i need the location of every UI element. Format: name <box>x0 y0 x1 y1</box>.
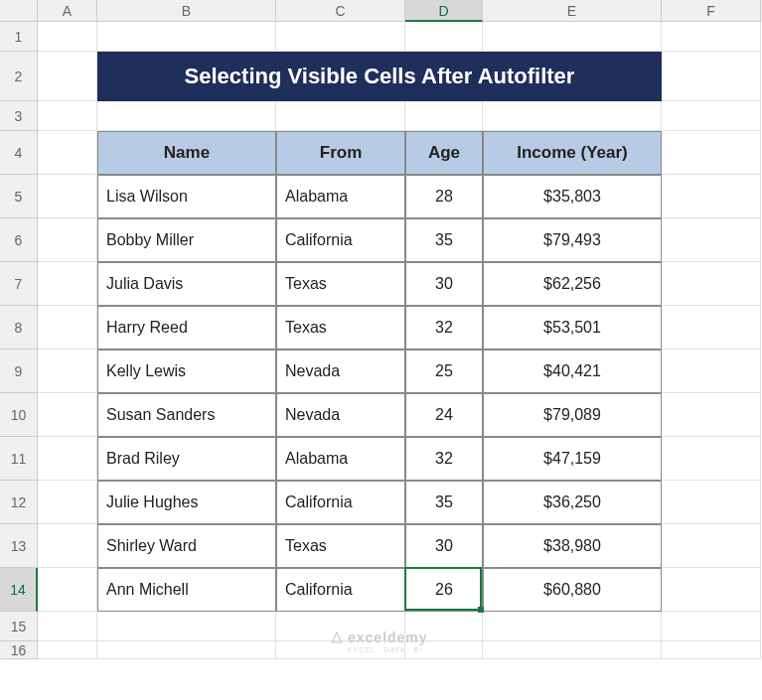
cell-a15[interactable] <box>38 612 97 641</box>
table-row[interactable]: 25 <box>405 350 483 393</box>
table-header-name[interactable]: Name <box>97 131 276 175</box>
row-header-13[interactable]: 13 <box>0 524 38 568</box>
row-header-7[interactable]: 7 <box>0 262 38 306</box>
cell-a9[interactable] <box>38 350 97 393</box>
table-row[interactable]: Julia Davis <box>97 262 276 306</box>
cell-a2[interactable] <box>38 52 97 101</box>
table-row[interactable]: 35 <box>405 481 483 524</box>
table-row[interactable]: $35,803 <box>483 175 662 218</box>
table-row[interactable]: Shirley Ward <box>97 524 276 568</box>
cell-f12[interactable] <box>662 481 761 524</box>
table-row[interactable]: $38,980 <box>483 524 662 568</box>
cell-a8[interactable] <box>38 306 97 350</box>
table-row[interactable]: 30 <box>405 262 483 306</box>
title-cell[interactable]: Selecting Visible Cells After Autofilter <box>97 52 662 101</box>
table-row[interactable]: $47,159 <box>483 437 662 481</box>
row-header-4[interactable]: 4 <box>0 131 38 175</box>
cell-f13[interactable] <box>662 524 761 568</box>
cell-a11[interactable] <box>38 437 97 481</box>
cell-f3[interactable] <box>662 101 761 131</box>
cell-e16[interactable] <box>483 641 662 659</box>
table-row[interactable]: $79,089 <box>483 393 662 437</box>
cell-f9[interactable] <box>662 350 761 393</box>
cell-a6[interactable] <box>38 218 97 262</box>
cell-a5[interactable] <box>38 175 97 218</box>
table-row[interactable]: Nevada <box>276 350 405 393</box>
row-header-14[interactable]: 14 <box>0 568 38 612</box>
table-row[interactable]: Harry Reed <box>97 306 276 350</box>
cell-a10[interactable] <box>38 393 97 437</box>
table-row[interactable]: 28 <box>405 175 483 218</box>
row-header-11[interactable]: 11 <box>0 437 38 481</box>
cell-a3[interactable] <box>38 101 97 131</box>
table-row[interactable]: 30 <box>405 524 483 568</box>
cell-f4[interactable] <box>662 131 761 175</box>
cell-a7[interactable] <box>38 262 97 306</box>
row-header-16[interactable]: 16 <box>0 641 38 659</box>
cell-f8[interactable] <box>662 306 761 350</box>
cell-f5[interactable] <box>662 175 761 218</box>
table-header-incomeyear[interactable]: Income (Year) <box>483 131 662 175</box>
table-row[interactable]: $62,256 <box>483 262 662 306</box>
cell-e3[interactable] <box>483 101 662 131</box>
table-row[interactable]: Texas <box>276 524 405 568</box>
table-row[interactable]: California <box>276 568 405 612</box>
table-row[interactable]: Alabama <box>276 437 405 481</box>
cell-f11[interactable] <box>662 437 761 481</box>
table-row[interactable]: Alabama <box>276 175 405 218</box>
table-header-from[interactable]: From <box>276 131 405 175</box>
row-header-3[interactable]: 3 <box>0 101 38 131</box>
col-header-d[interactable]: D <box>405 0 483 22</box>
cell-c3[interactable] <box>276 101 405 131</box>
table-row[interactable]: $79,493 <box>483 218 662 262</box>
row-header-6[interactable]: 6 <box>0 218 38 262</box>
table-row[interactable]: Julie Hughes <box>97 481 276 524</box>
cell-f16[interactable] <box>662 641 761 659</box>
cell-a4[interactable] <box>38 131 97 175</box>
cell-f15[interactable] <box>662 612 761 641</box>
cell-b1[interactable] <box>97 22 276 52</box>
cell-f10[interactable] <box>662 393 761 437</box>
cell-c1[interactable] <box>276 22 405 52</box>
cell-b16[interactable] <box>97 641 276 659</box>
row-header-12[interactable]: 12 <box>0 481 38 524</box>
cell-a14[interactable] <box>38 568 97 612</box>
row-header-9[interactable]: 9 <box>0 350 38 393</box>
col-header-e[interactable]: E <box>483 0 662 22</box>
table-row[interactable]: Nevada <box>276 393 405 437</box>
cell-a16[interactable] <box>38 641 97 659</box>
cell-b15[interactable] <box>97 612 276 641</box>
cell-a1[interactable] <box>38 22 97 52</box>
row-header-2[interactable]: 2 <box>0 52 38 101</box>
col-header-b[interactable]: B <box>97 0 276 22</box>
table-row[interactable]: 35 <box>405 218 483 262</box>
table-row[interactable]: 26 <box>405 568 483 612</box>
table-header-age[interactable]: Age <box>405 131 483 175</box>
cell-f7[interactable] <box>662 262 761 306</box>
cell-e15[interactable] <box>483 612 662 641</box>
cell-f2[interactable] <box>662 52 761 101</box>
table-row[interactable]: 32 <box>405 437 483 481</box>
table-row[interactable]: Lisa Wilson <box>97 175 276 218</box>
select-all-corner[interactable] <box>0 0 38 22</box>
table-row[interactable]: Kelly Lewis <box>97 350 276 393</box>
cell-e1[interactable] <box>483 22 662 52</box>
row-header-10[interactable]: 10 <box>0 393 38 437</box>
table-row[interactable]: California <box>276 218 405 262</box>
cell-a12[interactable] <box>38 481 97 524</box>
table-row[interactable]: Texas <box>276 306 405 350</box>
cell-f1[interactable] <box>662 22 761 52</box>
cell-f14[interactable] <box>662 568 761 612</box>
cell-b3[interactable] <box>97 101 276 131</box>
table-row[interactable]: Texas <box>276 262 405 306</box>
row-header-8[interactable]: 8 <box>0 306 38 350</box>
cell-a13[interactable] <box>38 524 97 568</box>
col-header-f[interactable]: F <box>662 0 761 22</box>
table-row[interactable]: $53,501 <box>483 306 662 350</box>
cell-d3[interactable] <box>405 101 483 131</box>
table-row[interactable]: Bobby Miller <box>97 218 276 262</box>
table-row[interactable]: $36,250 <box>483 481 662 524</box>
row-header-5[interactable]: 5 <box>0 175 38 218</box>
row-header-1[interactable]: 1 <box>0 22 38 52</box>
table-row[interactable]: California <box>276 481 405 524</box>
